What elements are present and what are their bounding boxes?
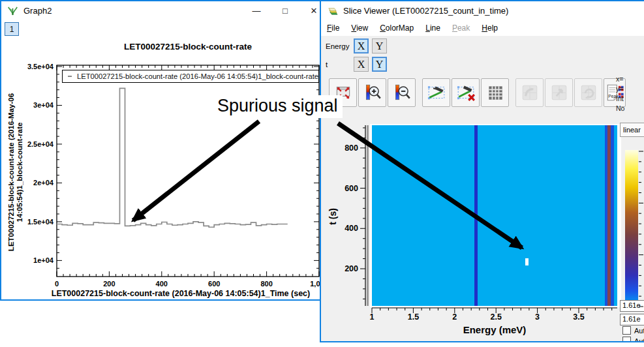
rebin-mode-icon [520,83,540,102]
svg-text:3.5e+04: 3.5e+04 [27,63,54,70]
svg-text:0: 0 [55,280,59,288]
colorbar-min-field[interactable]: 1.61e [620,314,644,325]
svg-text:2e+04: 2e+04 [33,179,54,187]
svg-text:200: 200 [103,280,115,288]
rebin-mode-button[interactable] [515,78,544,107]
menu-peak[interactable]: Peak [446,21,476,35]
menubar: File View ColorMap Line Peak Help [321,20,644,36]
spurious-spot [525,258,529,265]
heatmap-vline-core [607,125,611,306]
count-in-time-heatmap[interactable] [372,125,617,306]
heatmap-vline [474,125,478,306]
svg-text:400: 400 [156,280,168,288]
menu-file[interactable]: File [321,21,345,35]
svg-text:600: 600 [208,280,220,288]
energy-axis-label: Energy (meV) [372,324,617,335]
svg-text:800: 800 [260,280,272,288]
cursor-readout: x= y= Int No [616,74,624,113]
scale-mode-dropdown[interactable]: linear [620,123,644,137]
t-y-button[interactable]: Y [372,57,387,72]
rebin-refresh-button[interactable] [574,78,602,107]
zoom-in-icon [363,83,382,102]
count-rate-plot-canvas[interactable]: 02004006008001,0001e+041.5e+042e+042.5e+… [1,1,322,301]
svg-text:2.5: 2.5 [491,312,502,322]
svg-text:3: 3 [535,312,540,322]
menu-colormap[interactable]: ColorMap [374,21,420,35]
line-overlay-handle[interactable] [367,125,369,306]
rebin-cursor-button[interactable] [545,78,573,107]
menu-view[interactable]: View [345,21,374,35]
svg-text:800: 800 [345,143,358,153]
dim-t-label: t [326,61,354,68]
dimension-panel: Energy X Y t X Y [321,36,644,74]
autoscale-min-checkbox[interactable]: Aut [622,337,644,342]
zoom-out-icon [392,83,412,102]
graph2-window: Graph2 — □ ✕ 1 LET00027215-block-count-r… [0,0,322,301]
grid-icon [485,83,505,102]
energy-x-button[interactable]: X [354,38,369,53]
colorbar-max-field[interactable]: 1.61e [620,300,644,312]
autoscale-max-checkbox[interactable]: Aut [622,326,644,335]
draw-line-button[interactable] [422,78,450,107]
draw-line-icon [427,83,446,102]
dim-energy-label: Energy [326,42,354,50]
svg-text:2.5e+04: 2.5e+04 [27,140,54,148]
svg-text:400: 400 [345,224,358,233]
menu-help[interactable]: Help [476,21,504,35]
svg-text:1.5e+04: 1.5e+04 [27,218,54,226]
slice-stack-icon [327,5,338,16]
slice-viewer-window: Slice Viewer (LET00027215_count_in_time)… [320,0,644,342]
spurious-signal-annotation: Spurious signal [213,95,343,118]
slice-viewer-titlebar[interactable]: Slice Viewer (LET00027215_count_in_time) [321,1,644,20]
remove-line-button[interactable] [452,78,480,107]
legend-label: LET00027215-block-count-rate (2016-May-0… [77,72,318,80]
menu-line[interactable]: Line [420,21,446,35]
grid-button[interactable] [481,78,509,107]
svg-text:3.5: 3.5 [573,312,584,322]
svg-text:1.5: 1.5 [408,312,419,322]
legend-line-sample [68,76,72,77]
slice-viewer-window-title: Slice Viewer (LET00027215_count_in_time) [343,6,508,16]
checkbox-box[interactable] [622,337,631,342]
rebin-cursor-icon [549,83,569,102]
zoom-out-button[interactable] [388,78,416,107]
energy-y-button[interactable]: Y [372,38,387,53]
svg-text:1: 1 [370,312,375,322]
t-x-button[interactable]: X [354,57,369,72]
toolbar: Peak x= y= Int No [321,74,644,117]
svg-text:1e+04: 1e+04 [33,256,54,264]
rebin-refresh-icon [579,83,598,102]
checkbox-box[interactable] [622,326,631,335]
remove-line-icon [456,83,476,102]
colorbar-gradient [625,150,638,307]
desktop: Graph2 — □ ✕ 1 LET00027215-block-count-r… [0,0,644,347]
legend: LET00027215-block-count-rate (2016-May-0… [62,70,319,83]
t-axis-label: t (s) [328,208,338,225]
zoom-in-button[interactable] [358,78,386,107]
svg-text:200: 200 [345,264,358,273]
svg-text:2: 2 [452,312,457,322]
svg-text:600: 600 [345,184,358,193]
svg-text:3e+04: 3e+04 [33,101,54,109]
